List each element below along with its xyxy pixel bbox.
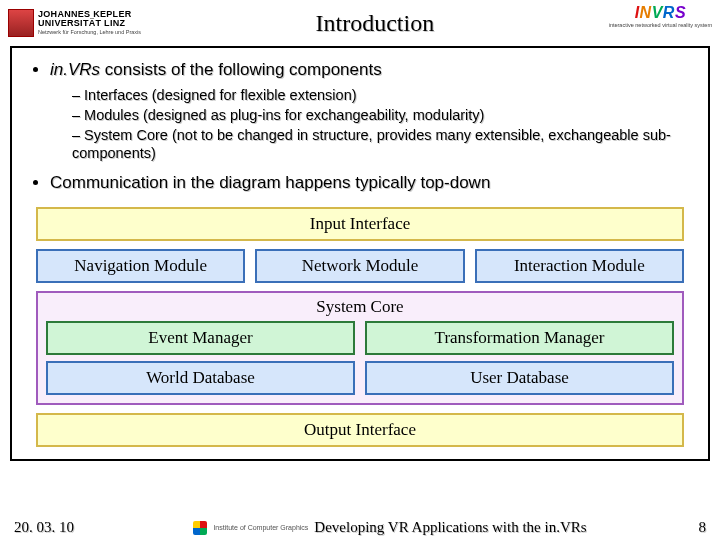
box-output-interface: Output Interface xyxy=(36,413,684,447)
slide-title: Introduction xyxy=(316,10,435,36)
architecture-diagram: Input Interface Navigation Module Networ… xyxy=(12,197,708,447)
slide-footer: 20. 03. 10 Institute of Computer Graphic… xyxy=(0,519,720,536)
box-navigation-module: Navigation Module xyxy=(36,249,245,283)
box-interaction-module: Interaction Module xyxy=(475,249,684,283)
jku-name-line2: UNIVERSITÄT LINZ xyxy=(38,19,141,28)
footer-title: Developing VR Applications with the in.V… xyxy=(314,519,586,536)
bullet-components: in.VRs consists of the following compone… xyxy=(50,60,698,163)
box-transformation-manager: Transformation Manager xyxy=(365,321,674,355)
jku-subtitle: Netzwerk für Forschung, Lehre und Praxis xyxy=(38,30,141,36)
bullet-communication: Communication in the diagram happens typ… xyxy=(50,173,698,193)
jku-crest-icon xyxy=(8,9,34,37)
product-name: in.VRs xyxy=(50,60,100,79)
icg-logo-text: Institute of Computer Graphics xyxy=(213,524,308,531)
jku-logo: JOHANNES KEPLER UNIVERSITÄT LINZ Netzwer… xyxy=(8,4,141,42)
box-system-core: System Core Event Manager Transformation… xyxy=(36,291,684,405)
sub-system-core: System Core (not to be changed in struct… xyxy=(72,126,698,162)
invrs-logo: INVRS interactive networked virtual real… xyxy=(609,4,712,42)
box-user-database: User Database xyxy=(365,361,674,395)
box-event-manager: Event Manager xyxy=(46,321,355,355)
box-input-interface: Input Interface xyxy=(36,207,684,241)
box-world-database: World Database xyxy=(46,361,355,395)
sub-modules: Modules (designed as plug-ins for exchan… xyxy=(72,106,698,124)
slide-content: in.VRs consists of the following compone… xyxy=(12,48,708,193)
box-network-module: Network Module xyxy=(255,249,464,283)
bullet-components-text: consists of the following components xyxy=(100,60,382,79)
sub-interfaces: Interfaces (designed for flexible extens… xyxy=(72,86,698,104)
footer-date: 20. 03. 10 xyxy=(14,519,104,536)
icg-logo-icon xyxy=(193,521,207,535)
footer-page-number: 8 xyxy=(676,519,706,536)
invrs-subtitle: interactive networked virtual reality sy… xyxy=(609,22,712,28)
slide-body-frame: in.VRs consists of the following compone… xyxy=(10,46,710,461)
slide-header: JOHANNES KEPLER UNIVERSITÄT LINZ Netzwer… xyxy=(0,0,720,46)
invrs-wordmark: INVRS xyxy=(635,4,686,22)
system-core-label: System Core xyxy=(46,297,674,317)
